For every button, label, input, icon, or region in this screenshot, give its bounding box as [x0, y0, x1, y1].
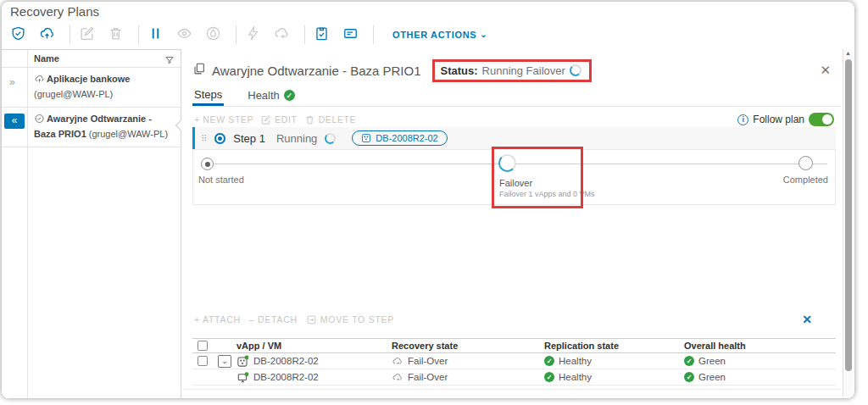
circle-check-icon [34, 114, 45, 128]
failover-button[interactable] [245, 24, 274, 46]
vapp-running-icon [236, 355, 249, 368]
summary-card-button[interactable] [342, 24, 371, 46]
chevron-down-icon: ⌄ [480, 32, 487, 37]
drag-handle-icon[interactable]: ⠿ [201, 134, 207, 143]
table-row-vapp[interactable]: ⌄ DB-2008R2-02 Fail-Over ✓Healthy ✓Green [192, 353, 836, 369]
edit-step-label: EDIT [275, 114, 297, 125]
milestone-completed-icon [798, 156, 813, 170]
report-card-icon [342, 25, 359, 45]
lightning-icon [245, 25, 261, 45]
trash-icon [108, 25, 124, 45]
table-header-row: vApp / VM Recovery state Replication sta… [192, 338, 836, 353]
step-spinner-icon [325, 133, 336, 144]
migrate-button[interactable] [39, 24, 68, 46]
filter-icon[interactable] [164, 53, 175, 64]
delete-step-button[interactable]: DELETE [304, 114, 357, 125]
protect-button[interactable] [10, 24, 39, 46]
move-to-step-icon [306, 314, 317, 325]
replication-state-value: Healthy [559, 356, 592, 366]
clear-selection-icon[interactable]: ✕ [802, 313, 812, 326]
replication-state-value: Healthy [559, 372, 592, 382]
recovery-state-value: Fail-Over [408, 372, 448, 382]
move-to-step-button[interactable]: MOVE TO STEP [306, 314, 394, 325]
scroll-up-arrow-icon[interactable]: ▲ [845, 50, 851, 56]
pause-button[interactable] [147, 24, 176, 46]
detach-label: – DETACH [249, 314, 298, 325]
new-step-button[interactable]: + NEW STEP [194, 114, 253, 125]
recovery-plan-icon [192, 62, 206, 79]
col-vapp-vm: vApp / VM [236, 341, 392, 351]
sidebar-item-aplikacje-bankowe[interactable]: » Aplikacje bankowe (grugel@WAW-PL) [2, 68, 181, 108]
trash-icon [304, 114, 315, 125]
detach-button[interactable]: – DETACH [249, 314, 298, 325]
plan-name: Aplikacje bankowe [47, 74, 130, 84]
step-state: Running [276, 132, 317, 145]
overall-health-value: Green [698, 372, 726, 382]
show-button[interactable] [176, 24, 205, 46]
delete-plan-button[interactable] [108, 24, 136, 46]
healthy-check-icon: ✓ [544, 372, 554, 382]
toolbar-divider [138, 25, 139, 44]
test-cleanup-button[interactable] [205, 24, 234, 46]
flame-icon [205, 25, 221, 45]
clipboard-check-icon [314, 25, 330, 45]
vapp-table: vApp / VM Recovery state Replication sta… [192, 338, 836, 386]
vapp-badge[interactable]: DB-2008R2-02 [352, 130, 447, 146]
chevron-down-icon[interactable]: ⌄ [218, 355, 231, 368]
cloud-upload-icon [34, 74, 45, 88]
attach-label: + ATTACH [194, 314, 241, 325]
status-label: Status: [441, 64, 478, 77]
pause-icon [147, 25, 164, 45]
edit-icon [260, 114, 271, 125]
attach-button[interactable]: + ATTACH [194, 314, 241, 325]
select-all-checkbox[interactable] [198, 341, 208, 351]
scrollbar-thumb[interactable] [845, 59, 852, 371]
tab-steps-label: Steps [194, 88, 222, 101]
overall-health-value: Green [698, 356, 726, 366]
table-row-vm[interactable]: DB-2008R2-02 Fail-Over ✓Healthy ✓Green [192, 369, 836, 386]
detail-title: Awaryjne Odtwarzanie - Baza PRIO1 [212, 64, 421, 78]
toolbar-divider [373, 25, 374, 44]
col-overall-health: Overall health [684, 341, 836, 351]
milestone-not-started-icon [201, 158, 214, 170]
vm-name: DB-2008R2-02 [253, 372, 319, 382]
expand-row-icon[interactable]: » [9, 75, 15, 90]
failover-cloud-icon [392, 356, 403, 367]
plan-owner: (grugel@WAW-PL) [34, 89, 113, 99]
edit-step-button[interactable]: EDIT [260, 114, 297, 125]
step-name: Step 1 [233, 132, 265, 145]
toolbar-divider [304, 25, 305, 44]
sidebar-item-awaryjne-odtwarzanie[interactable]: « Awaryjne Odtwarzanie - Baza PRIO1 (gru… [2, 108, 181, 147]
plan-detail-panel: Awaryjne Odtwarzanie - Baza PRIO1 Status… [182, 49, 841, 398]
follow-plan-toggle[interactable] [809, 113, 834, 126]
row-checkbox[interactable] [198, 356, 208, 366]
info-icon[interactable]: i [737, 114, 748, 125]
recovery-plan-toolbar: OTHER ACTIONS ⌄ [10, 22, 487, 47]
status-value: Running Failover [482, 64, 565, 77]
cloud-sync-icon [274, 25, 290, 45]
follow-plan-control: i Follow plan [737, 113, 834, 126]
detail-header: Awaryjne Odtwarzanie - Baza PRIO1 Status… [192, 56, 836, 85]
close-icon[interactable]: ✕ [820, 63, 836, 78]
step-progress-timeline: Not started Failover Failover 1 vApps an… [192, 149, 836, 205]
plan-list-sidebar: Name » Aplikacje bankowe (grugel@WAW-PL)… [2, 49, 181, 398]
failover-cloud-icon [392, 372, 403, 383]
other-actions-menu[interactable]: OTHER ACTIONS ⌄ [392, 30, 487, 40]
name-column-header: Name [34, 53, 59, 64]
tab-health[interactable]: Health✓ [246, 87, 297, 106]
panel-bottom-divider [182, 389, 841, 390]
edit-plan-button[interactable] [79, 24, 108, 46]
cloud-sync-button[interactable] [274, 24, 303, 46]
step-running-radio-icon [214, 133, 225, 144]
tab-steps[interactable]: Steps [192, 87, 224, 106]
vm-running-icon [236, 371, 249, 384]
vapp-badge-label: DB-2008R2-02 [376, 133, 437, 143]
new-step-label: + NEW STEP [194, 114, 253, 125]
collapse-row-button[interactable]: « [4, 114, 25, 129]
col-replication-state: Replication state [544, 341, 684, 351]
page-title: Recovery Plans [10, 4, 99, 19]
vertical-scrollbar[interactable]: ▲ [843, 49, 853, 397]
toggle-knob [822, 114, 832, 125]
report-button[interactable] [314, 24, 342, 46]
status-spinner-icon [570, 64, 581, 76]
